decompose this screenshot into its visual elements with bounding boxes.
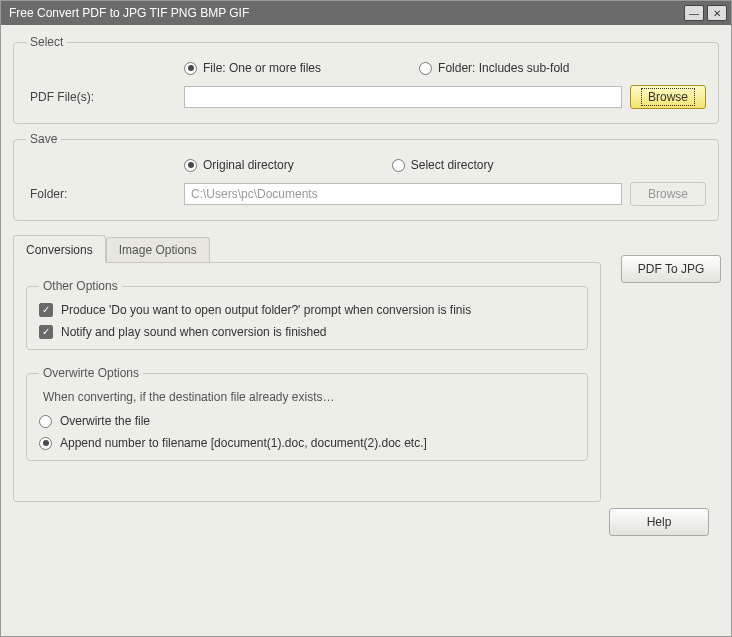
- radio-icon: [39, 415, 52, 428]
- content-area: Select File: One or more files Folder: I…: [1, 25, 731, 636]
- input-mode-file-option[interactable]: File: One or more files: [184, 61, 321, 75]
- titlebar: Free Convert PDF to JPG TIF PNG BMP GIF …: [1, 1, 731, 25]
- original-radio-label: Original directory: [203, 158, 294, 172]
- pdf-files-label: PDF File(s):: [26, 90, 176, 104]
- app-window: Free Convert PDF to JPG TIF PNG BMP GIF …: [0, 0, 732, 637]
- footer: Help: [13, 502, 719, 536]
- radio-icon: [184, 159, 197, 172]
- append-number-option[interactable]: Append number to filename [document(1).d…: [39, 436, 577, 450]
- side-column: PDF To JPG: [621, 229, 721, 283]
- folder-label: Folder:: [26, 187, 176, 201]
- checkbox-icon: [39, 325, 53, 339]
- opt2-label: Notify and play sound when conversion is…: [61, 325, 327, 339]
- folder-input: [184, 183, 622, 205]
- option-notify-sound[interactable]: Notify and play sound when conversion is…: [39, 325, 577, 339]
- save-legend: Save: [26, 132, 61, 146]
- overwrite-label: Overwirte the file: [60, 414, 150, 428]
- overwrite-legend: Overwirte Options: [39, 366, 143, 380]
- radio-icon: [392, 159, 405, 172]
- overwrite-file-option[interactable]: Overwirte the file: [39, 414, 577, 428]
- window-title: Free Convert PDF to JPG TIF PNG BMP GIF: [9, 6, 681, 20]
- minimize-button[interactable]: —: [684, 5, 704, 21]
- tab-conversions[interactable]: Conversions: [13, 235, 106, 263]
- select-legend: Select: [26, 35, 67, 49]
- input-mode-folder-option[interactable]: Folder: Includes sub-fold: [419, 61, 569, 75]
- save-group: Save Original directory Select directory…: [13, 132, 719, 221]
- append-label: Append number to filename [document(1).d…: [60, 436, 427, 450]
- close-button[interactable]: ✕: [707, 5, 727, 21]
- tab-area: Conversions Image Options Other Options …: [13, 229, 719, 502]
- file-radio-label: File: One or more files: [203, 61, 321, 75]
- help-button[interactable]: Help: [609, 508, 709, 536]
- conversions-panel: Other Options Produce 'Do you want to op…: [13, 262, 601, 502]
- radio-icon: [184, 62, 197, 75]
- select-radio-label: Select directory: [411, 158, 494, 172]
- option-open-folder-prompt[interactable]: Produce 'Do you want to open output fold…: [39, 303, 577, 317]
- overwrite-options-group: Overwirte Options When converting, if th…: [26, 366, 588, 461]
- other-options-legend: Other Options: [39, 279, 122, 293]
- radio-icon: [39, 437, 52, 450]
- tabstrip: Conversions Image Options: [13, 235, 601, 262]
- checkbox-icon: [39, 303, 53, 317]
- save-select-option[interactable]: Select directory: [392, 158, 494, 172]
- convert-button[interactable]: PDF To JPG: [621, 255, 721, 283]
- save-original-option[interactable]: Original directory: [184, 158, 294, 172]
- pdf-files-input[interactable]: [184, 86, 622, 108]
- opt1-label: Produce 'Do you want to open output fold…: [61, 303, 471, 317]
- select-group: Select File: One or more files Folder: I…: [13, 35, 719, 124]
- browse-folder-button: Browse: [630, 182, 706, 206]
- radio-icon: [419, 62, 432, 75]
- folder-radio-label: Folder: Includes sub-fold: [438, 61, 569, 75]
- overwrite-desc: When converting, if the destination file…: [43, 390, 577, 404]
- browse-files-button[interactable]: Browse: [630, 85, 706, 109]
- other-options-group: Other Options Produce 'Do you want to op…: [26, 279, 588, 350]
- tab-image-options[interactable]: Image Options: [106, 237, 210, 262]
